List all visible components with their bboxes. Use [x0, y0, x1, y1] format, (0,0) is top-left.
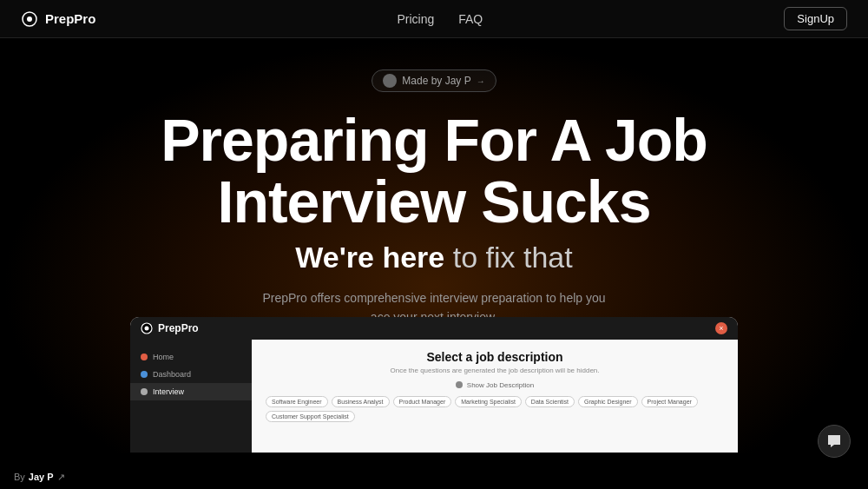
sidebar-interview-label: Interview: [153, 387, 184, 396]
tag-6[interactable]: Project Manager: [641, 396, 698, 407]
made-by-text: Made by Jay P: [402, 75, 470, 87]
tag-4[interactable]: Data Scientist: [525, 396, 575, 407]
preview-window: PrepPro × Home Dashboard: [130, 317, 738, 453]
svg-point-5: [145, 326, 149, 330]
nav-pricing-link[interactable]: Pricing: [397, 12, 434, 26]
app-preview: PrepPro × Home Dashboard: [0, 314, 868, 453]
preview-sidebar: Home Dashboard Interview: [130, 340, 252, 453]
badge-avatar: [383, 74, 397, 88]
toggle-icon: [456, 381, 463, 388]
sidebar-item-home[interactable]: Home: [130, 348, 252, 366]
tag-5[interactable]: Graphic Designer: [578, 396, 637, 407]
preview-main-title: Select a job description: [266, 350, 724, 364]
svg-point-1: [27, 17, 32, 22]
made-by-badge[interactable]: Made by Jay P →: [372, 69, 496, 92]
tag-7[interactable]: Customer Support Specialist: [266, 411, 355, 422]
hero-section: Made by Jay P → Preparing For A Job Inte…: [0, 38, 868, 453]
sidebar-item-interview[interactable]: Interview: [130, 383, 252, 400]
logo-icon: [21, 10, 38, 28]
preview-main-content: Select a job description Once the questi…: [252, 340, 738, 453]
dashboard-icon: [141, 371, 148, 378]
hero-title: Preparing For A Job Interview Sucks: [0, 109, 868, 234]
preview-main-sub: Once the questions are generated the job…: [266, 367, 724, 374]
by-attribution: By Jay P ↗: [14, 472, 65, 483]
sidebar-home-label: Home: [153, 353, 174, 361]
hero-title-line1: Preparing For A Job: [0, 109, 868, 171]
tag-0[interactable]: Software Engineer: [266, 396, 328, 407]
signup-button[interactable]: SignUp: [784, 7, 847, 30]
sidebar-item-dashboard[interactable]: Dashboard: [130, 366, 252, 383]
sidebar-dashboard-label: Dashboard: [153, 370, 191, 379]
logo-text: PrepPro: [45, 11, 95, 26]
hero-subtitle: We're here to fix that: [0, 241, 868, 274]
external-link-icon[interactable]: ↗: [57, 472, 65, 483]
hero-title-line2: Interview Sucks: [0, 171, 868, 233]
home-icon: [141, 354, 148, 360]
tag-1[interactable]: Business Analyst: [332, 396, 390, 407]
nav-logo[interactable]: PrepPro: [21, 10, 95, 28]
preview-logo: PrepPro: [141, 322, 199, 334]
chat-button[interactable]: [818, 425, 851, 458]
subtitle-rest: to fix that: [444, 241, 572, 274]
preview-titlebar: PrepPro ×: [130, 317, 738, 340]
tag-2[interactable]: Product Manager: [393, 396, 452, 407]
nav-faq-link[interactable]: FAQ: [458, 12, 483, 26]
badge-arrow: →: [477, 76, 485, 86]
author-name: Jay P: [29, 472, 54, 482]
navbar: PrepPro Pricing FAQ SignUp: [0, 0, 868, 38]
toggle-label: Show Job Description: [467, 381, 534, 389]
bottom-bar: By Jay P ↗: [0, 465, 868, 489]
by-label: By: [14, 472, 25, 482]
preview-logo-text: PrepPro: [158, 322, 199, 334]
tag-3[interactable]: Marketing Specialist: [455, 396, 522, 407]
preview-toggle[interactable]: Show Job Description: [266, 381, 724, 389]
preview-close-btn[interactable]: ×: [715, 322, 727, 334]
subtitle-here: We're here: [295, 241, 444, 274]
preview-tags: Software Engineer Business Analyst Produ…: [266, 396, 724, 422]
nav-links: Pricing FAQ: [397, 12, 483, 26]
preview-body: Home Dashboard Interview Select a job de…: [130, 340, 738, 453]
interview-icon: [141, 388, 148, 395]
